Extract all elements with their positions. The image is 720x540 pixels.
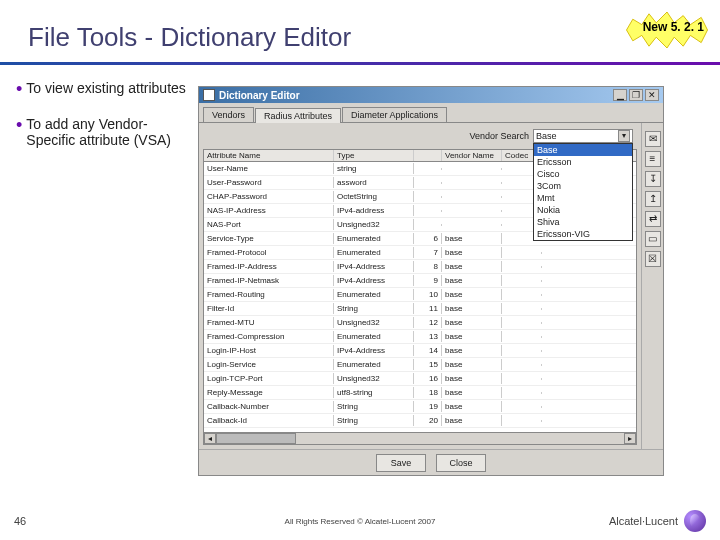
table-cell (502, 364, 542, 366)
table-cell: String (334, 415, 414, 426)
table-cell: Login-Service (204, 359, 334, 370)
table-row[interactable]: Login-TCP-PortUnsigned3216base (204, 372, 636, 386)
tab-vendors[interactable]: Vendors (203, 107, 254, 122)
slide-title: File Tools - Dictionary Editor (28, 22, 351, 53)
tab-strip: Vendors Radius Attributes Diameter Appli… (199, 103, 663, 123)
scrollbar-thumb[interactable] (216, 433, 296, 444)
table-cell: base (442, 233, 502, 244)
scroll-right-icon[interactable]: ▸ (624, 433, 636, 444)
table-cell (414, 182, 442, 184)
table-cell: base (442, 359, 502, 370)
table-cell: base (442, 373, 502, 384)
delete-icon[interactable]: ☒ (645, 251, 661, 267)
table-cell: IPv4-Address (334, 275, 414, 286)
table-cell: Framed-IP-Address (204, 261, 334, 272)
table-cell (502, 322, 542, 324)
dropdown-option[interactable]: Ericsson (534, 156, 632, 168)
table-cell: Unsigned32 (334, 219, 414, 230)
table-cell: base (442, 345, 502, 356)
bullet-text: To add any Vendor-Specific attribute (VS… (26, 116, 196, 148)
table-cell (502, 294, 542, 296)
table-row[interactable]: Framed-ProtocolEnumerated7base (204, 246, 636, 260)
dropdown-option[interactable]: Ericsson-VIG (534, 228, 632, 240)
table-cell: assword (334, 177, 414, 188)
save-button[interactable]: Save (376, 454, 426, 472)
close-window-button[interactable]: ✕ (645, 89, 659, 101)
table-cell: Framed-Compression (204, 331, 334, 342)
chevron-down-icon[interactable]: ▾ (618, 130, 630, 142)
table-cell: 19 (414, 401, 442, 412)
scroll-left-icon[interactable]: ◂ (204, 433, 216, 444)
table-cell (502, 252, 542, 254)
table-row[interactable]: Callback-NumberString19base (204, 400, 636, 414)
table-cell: Service-Type (204, 233, 334, 244)
window-titlebar[interactable]: Dictionary Editor ▁ ❐ ✕ (199, 87, 663, 103)
col-vendor-name[interactable]: Vendor Name (442, 150, 502, 161)
down-arrow-icon[interactable]: ↧ (645, 171, 661, 187)
table-cell (502, 280, 542, 282)
col-type[interactable]: Type (334, 150, 414, 161)
table-row[interactable]: Framed-CompressionEnumerated13base (204, 330, 636, 344)
table-cell: 13 (414, 331, 442, 342)
table-cell: CHAP-Password (204, 191, 334, 202)
dropdown-option[interactable]: Cisco (534, 168, 632, 180)
table-cell: Framed-Routing (204, 289, 334, 300)
table-cell: 15 (414, 359, 442, 370)
copyright-text: All Rights Reserved © Alcatel-Lucent 200… (285, 517, 436, 526)
table-cell: base (442, 247, 502, 258)
page-number: 46 (14, 515, 26, 527)
table-cell: NAS-Port (204, 219, 334, 230)
table-cell: Enumerated (334, 331, 414, 342)
table-cell: utf8-string (334, 387, 414, 398)
align-icon[interactable]: ⇄ (645, 211, 661, 227)
table-row[interactable]: Filter-IdString11base (204, 302, 636, 316)
dropdown-option[interactable]: Shiva (534, 216, 632, 228)
table-cell: String (334, 401, 414, 412)
table-cell (414, 224, 442, 226)
col-attribute-name[interactable]: Attribute Name (204, 150, 334, 161)
dropdown-option[interactable]: 3Com (534, 180, 632, 192)
table-cell: String (334, 303, 414, 314)
table-row[interactable]: Framed-MTUUnsigned3212base (204, 316, 636, 330)
dropdown-option[interactable]: Nokia (534, 204, 632, 216)
table-row[interactable]: Login-ServiceEnumerated15base (204, 358, 636, 372)
table-cell: User-Password (204, 177, 334, 188)
window-title: Dictionary Editor (219, 90, 611, 101)
dropdown-option[interactable]: Mmt (534, 192, 632, 204)
app-icon (203, 89, 215, 101)
col-number[interactable] (414, 150, 442, 161)
table-cell: base (442, 275, 502, 286)
hide-icon[interactable]: ▭ (645, 231, 661, 247)
table-cell: Framed-MTU (204, 317, 334, 328)
table-cell: Callback-Number (204, 401, 334, 412)
table-cell: 10 (414, 289, 442, 300)
new-icon[interactable]: ✉ (645, 131, 661, 147)
bullet-dot-icon: • (16, 80, 22, 98)
table-cell (442, 168, 502, 170)
minimize-button[interactable]: ▁ (613, 89, 627, 101)
table-cell: User-Name (204, 163, 334, 174)
table-row[interactable]: Framed-RoutingEnumerated10base (204, 288, 636, 302)
table-cell (502, 406, 542, 408)
maximize-button[interactable]: ❐ (629, 89, 643, 101)
table-row[interactable]: Login-IP-HostIPv4-Address14base (204, 344, 636, 358)
add-icon[interactable]: ≡ (645, 151, 661, 167)
table-row[interactable]: Framed-IP-NetmaskIPv4-Address9base (204, 274, 636, 288)
table-row[interactable]: Reply-Messageutf8-string18base (204, 386, 636, 400)
table-cell: base (442, 261, 502, 272)
up-arrow-icon[interactable]: ↥ (645, 191, 661, 207)
table-cell (502, 392, 542, 394)
table-row[interactable]: Framed-IP-AddressIPv4-Address8base (204, 260, 636, 274)
table-cell (502, 336, 542, 338)
dropdown-option[interactable]: Base (534, 144, 632, 156)
button-row: Save Close (199, 449, 663, 475)
close-button[interactable]: Close (436, 454, 486, 472)
table-cell: 18 (414, 387, 442, 398)
table-cell: 14 (414, 345, 442, 356)
table-row[interactable]: Callback-IdString20base (204, 414, 636, 428)
tab-diameter-applications[interactable]: Diameter Applications (342, 107, 447, 122)
bullet-text: To view existing attributes (26, 80, 186, 98)
horizontal-scrollbar[interactable]: ◂ ▸ (204, 432, 636, 444)
tab-radius-attributes[interactable]: Radius Attributes (255, 108, 341, 123)
vendor-search-combo[interactable]: Base ▾ Base Ericsson Cisco 3Com Mmt Noki… (533, 129, 633, 143)
